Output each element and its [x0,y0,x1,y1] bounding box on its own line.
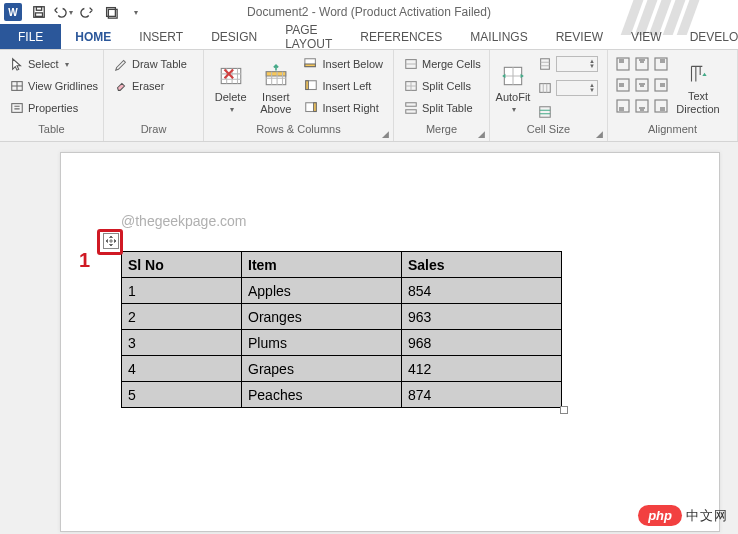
align-mid-right-button[interactable] [652,75,670,95]
table-row[interactable]: 1Apples854 [122,278,562,304]
svg-rect-21 [541,59,550,70]
svg-rect-27 [617,79,629,91]
cell[interactable]: 4 [122,356,242,382]
table-header-row[interactable]: Sl No Item Sales [122,252,562,278]
tab-references[interactable]: REFERENCES [346,24,456,49]
qat-customize-button[interactable]: ▾ [124,2,146,22]
tab-review[interactable]: REVIEW [542,24,617,49]
cell[interactable]: 854 [402,278,562,304]
svg-rect-23 [540,107,551,118]
align-top-left-button[interactable] [614,54,632,74]
svg-rect-1 [36,7,41,11]
gridlines-label: View Gridlines [28,80,98,92]
row-height-input[interactable]: ▲▼ [534,54,602,74]
align-bot-center-button[interactable] [633,96,651,116]
group-label-merge: Merge [400,123,483,139]
merge-cells-button[interactable]: Merge Cells [400,54,485,74]
tab-mailings[interactable]: MAILINGS [456,24,541,49]
watermark-text: @thegeekpage.com [121,213,247,229]
align-top-center-button[interactable] [633,54,651,74]
table-row[interactable]: 3Plums968 [122,330,562,356]
tab-design[interactable]: DESIGN [197,24,271,49]
insert-above-button[interactable]: Insert Above [255,54,296,123]
delete-label: Delete [215,91,247,103]
cell[interactable]: Oranges [242,304,402,330]
group-table: Select▾ View Gridlines Properties Table [0,50,104,141]
annotation-number: 1 [79,249,90,272]
cell[interactable]: Grapes [242,356,402,382]
document-area: @thegeekpage.com Sl No Item Sales 1Apple… [0,142,738,534]
word-app-icon: W [4,3,22,21]
delete-button[interactable]: Delete▾ [210,54,251,123]
header-cell[interactable]: Sales [402,252,562,278]
cell[interactable]: 1 [122,278,242,304]
merge-launcher-icon[interactable]: ◢ [475,127,487,139]
insert-right-button[interactable]: Insert Right [300,98,387,118]
group-cell-size: AutoFit▾ ▲▼ ▲▼ Cell Size ◢ [490,50,608,141]
svg-rect-28 [636,79,648,91]
document-page[interactable]: @thegeekpage.com Sl No Item Sales 1Apple… [60,152,720,532]
align-mid-left-button[interactable] [614,75,632,95]
table-row[interactable]: 2Oranges963 [122,304,562,330]
svg-rect-13 [306,81,309,90]
title-bar: W ▾ ▾ Document2 - Word (Product Activati… [0,0,738,24]
table-row[interactable]: 5Peaches874 [122,382,562,408]
cell[interactable]: Peaches [242,382,402,408]
header-cell[interactable]: Item [242,252,402,278]
table-resize-handle-icon[interactable] [560,406,568,414]
cell[interactable]: 2 [122,304,242,330]
rows-columns-launcher-icon[interactable]: ◢ [379,127,391,139]
split-cells-button[interactable]: Split Cells [400,76,485,96]
tab-insert[interactable]: INSERT [125,24,197,49]
table-row[interactable]: 4Grapes412 [122,356,562,382]
group-merge: Merge Cells Split Cells Split Table Merg… [394,50,490,141]
align-mid-center-button[interactable] [633,75,651,95]
svg-rect-15 [314,103,317,112]
text-direction-button[interactable]: Text Direction [674,54,722,123]
cell[interactable]: 5 [122,382,242,408]
insert-left-button[interactable]: Insert Left [300,76,387,96]
draw-table-button[interactable]: Draw Table [110,54,191,74]
group-draw: Draw Table Eraser Draw [104,50,204,141]
group-label-alignment: Alignment [614,123,731,139]
cell[interactable]: 874 [402,382,562,408]
header-decoration [628,0,708,35]
qat-extra-button[interactable] [100,2,122,22]
cell[interactable]: 968 [402,330,562,356]
select-button[interactable]: Select▾ [6,54,102,74]
autofit-button[interactable]: AutoFit▾ [496,54,530,123]
cell[interactable]: Plums [242,330,402,356]
insert-below-button[interactable]: Insert Below [300,54,387,74]
quick-access-toolbar: ▾ ▾ [28,2,146,22]
tab-home[interactable]: HOME [61,24,125,49]
distribute-rows-button[interactable] [534,102,602,122]
split-table-button[interactable]: Split Table [400,98,485,118]
properties-button[interactable]: Properties [6,98,102,118]
select-label: Select [28,58,59,70]
undo-button[interactable]: ▾ [52,2,74,22]
svg-rect-29 [655,79,667,91]
cell[interactable]: Apples [242,278,402,304]
col-width-input[interactable]: ▲▼ [534,78,602,98]
content-table[interactable]: Sl No Item Sales 1Apples854 2Oranges963 … [121,251,562,408]
align-bot-left-button[interactable] [614,96,632,116]
tab-page-layout[interactable]: PAGE LAYOUT [271,24,346,49]
cell[interactable]: 3 [122,330,242,356]
align-bot-right-button[interactable] [652,96,670,116]
header-cell[interactable]: Sl No [122,252,242,278]
save-button[interactable] [28,2,50,22]
view-gridlines-button[interactable]: View Gridlines [6,76,102,96]
insert-below-label: Insert Below [322,58,383,70]
svg-rect-2 [36,13,43,17]
cell[interactable]: 412 [402,356,562,382]
cellsize-launcher-icon[interactable]: ◢ [593,127,605,139]
group-label-rowscols: Rows & Columns [210,123,387,139]
logo-text: 中文网 [686,507,728,525]
eraser-button[interactable]: Eraser [110,76,191,96]
redo-button[interactable] [76,2,98,22]
draw-table-label: Draw Table [132,58,187,70]
tab-file[interactable]: FILE [0,24,61,49]
svg-rect-11 [305,64,316,67]
align-top-right-button[interactable] [652,54,670,74]
cell[interactable]: 963 [402,304,562,330]
